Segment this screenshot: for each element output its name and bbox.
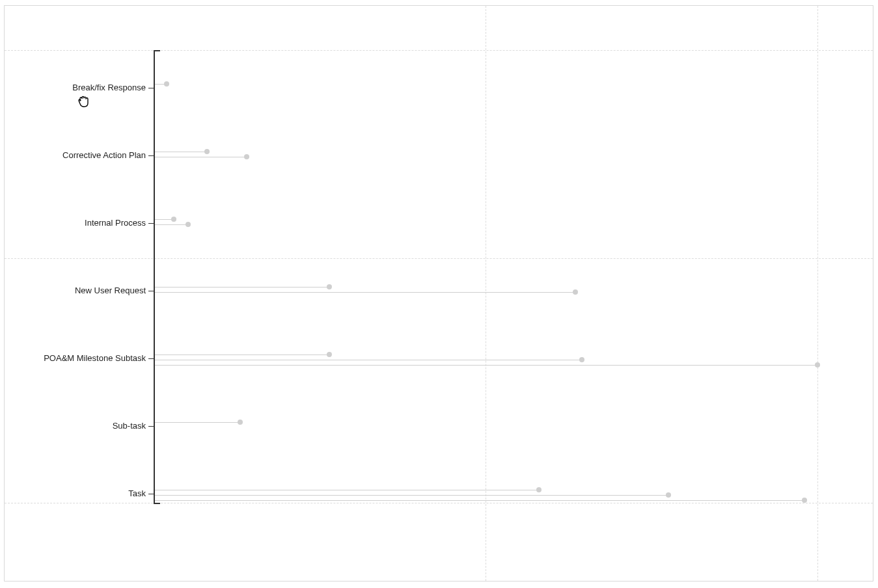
y-tick: [148, 223, 154, 224]
data-point[interactable]: [238, 420, 243, 425]
data-point[interactable]: [573, 289, 578, 295]
data-point[interactable]: [327, 284, 332, 289]
y-tick-label: Task: [128, 488, 146, 498]
data-stem: [155, 422, 240, 423]
data-stem: [155, 495, 668, 496]
y-tick-label: Break/fix Response: [72, 83, 146, 92]
data-stem: [155, 354, 329, 355]
data-point[interactable]: [244, 154, 249, 159]
y-tick: [148, 426, 154, 427]
data-stem: [155, 152, 207, 152]
data-point[interactable]: [204, 149, 210, 154]
data-stem: [155, 500, 804, 501]
y-tick: [148, 88, 154, 88]
y-tick-label: POA&M Milestone Subtask: [44, 353, 146, 363]
data-point[interactable]: [815, 362, 820, 368]
data-point[interactable]: [802, 498, 807, 503]
y-axis: [154, 50, 155, 503]
y-tick: [148, 358, 154, 359]
y-axis-cap-top: [154, 50, 160, 51]
y-tick-label: Sub-task: [113, 421, 146, 431]
y-tick: [148, 494, 154, 494]
data-stem: [155, 287, 329, 287]
gridline-horizontal: [5, 503, 873, 503]
data-point[interactable]: [579, 357, 584, 362]
data-stem: [155, 292, 575, 293]
data-stem: [155, 224, 188, 225]
data-point[interactable]: [536, 487, 542, 492]
gridline-horizontal: [5, 258, 873, 259]
data-stem: [155, 360, 582, 360]
data-stem: [155, 490, 539, 490]
gridline-horizontal: [5, 50, 873, 51]
chart-panel: Break/fix ResponseCorrective Action Plan…: [4, 5, 873, 581]
data-point[interactable]: [185, 222, 191, 227]
y-tick-label: Internal Process: [85, 218, 146, 228]
y-tick-label: New User Request: [75, 286, 146, 295]
data-point[interactable]: [171, 217, 176, 222]
data-point[interactable]: [666, 492, 671, 498]
data-stem: [155, 157, 247, 157]
y-tick-label: Corrective Action Plan: [62, 150, 146, 160]
y-tick: [148, 291, 154, 291]
y-tick: [148, 155, 154, 156]
data-stem: [155, 365, 817, 366]
data-point[interactable]: [327, 352, 332, 357]
chart-plot-area[interactable]: Break/fix ResponseCorrective Action Plan…: [5, 6, 873, 581]
y-axis-cap-bottom: [154, 503, 160, 504]
grab-cursor-icon: [75, 92, 93, 110]
gridline-vertical: [817, 6, 818, 581]
data-point[interactable]: [164, 81, 169, 87]
